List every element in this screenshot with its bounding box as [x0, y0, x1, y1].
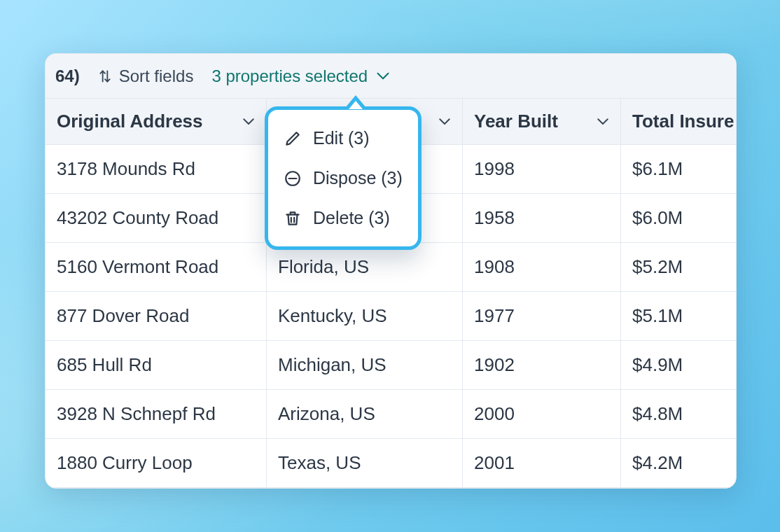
row-count-fragment: 64): [55, 66, 80, 86]
table-cell[interactable]: Florida, US: [267, 243, 463, 292]
table-cell[interactable]: 1902: [463, 341, 621, 390]
chevron-down-icon: [597, 118, 609, 126]
table-cell[interactable]: $5.1M: [621, 292, 736, 341]
table-cell[interactable]: Arizona, US: [267, 390, 463, 439]
table-cell[interactable]: 3178 Mounds Rd: [46, 145, 267, 194]
table-cell[interactable]: 1908: [463, 243, 621, 292]
delete-action[interactable]: Delete (3): [268, 198, 418, 238]
sort-icon: [98, 69, 112, 84]
table-cell[interactable]: 2000: [463, 390, 621, 439]
chevron-down-icon: [438, 118, 451, 126]
table-cell[interactable]: 1880 Curry Loop: [46, 439, 267, 488]
edit-action-label: Edit (3): [313, 128, 370, 148]
table-cell[interactable]: $4.2M: [621, 439, 736, 488]
table-cell[interactable]: 1977: [463, 292, 621, 341]
column-header-label: Year Built: [474, 111, 558, 132]
sort-fields-button[interactable]: Sort fields: [98, 66, 194, 86]
chevron-down-icon: [242, 118, 255, 126]
toolbar: 64) Sort fields 3 properties selected: [46, 54, 736, 99]
table-cell[interactable]: $6.1M: [621, 145, 736, 194]
edit-action[interactable]: Edit (3): [268, 118, 418, 158]
selected-properties-label: 3 properties selected: [211, 66, 368, 86]
table-cell[interactable]: 2001: [463, 439, 621, 488]
column-header-label: Original Address: [57, 111, 203, 132]
column-header[interactable]: Original Address: [46, 99, 267, 145]
dispose-action-label: Dispose (3): [313, 168, 403, 188]
table-cell[interactable]: 5160 Vermont Road: [46, 243, 267, 292]
table-cell[interactable]: $4.9M: [621, 341, 736, 390]
delete-icon: [284, 209, 302, 227]
dispose-action[interactable]: Dispose (3): [268, 158, 418, 198]
table-cell[interactable]: 43202 County Road: [46, 194, 267, 243]
table-cell[interactable]: Michigan, US: [267, 341, 463, 390]
table-cell[interactable]: $6.0M: [621, 194, 736, 243]
table-cell[interactable]: 1958: [463, 194, 621, 243]
table-cell[interactable]: $4.8M: [621, 390, 736, 439]
table-cell[interactable]: 685 Hull Rd: [46, 341, 267, 390]
table-cell[interactable]: $5.2M: [621, 243, 736, 292]
edit-icon: [284, 130, 302, 148]
column-header[interactable]: Year Built: [463, 99, 621, 145]
dispose-icon: [284, 169, 302, 188]
table-cell[interactable]: 1998: [463, 145, 621, 194]
selected-properties-button[interactable]: 3 properties selected: [211, 66, 390, 86]
chevron-down-icon: [376, 71, 390, 81]
table-cell[interactable]: 877 Dover Road: [46, 292, 267, 341]
table-cell[interactable]: Texas, US: [267, 439, 463, 488]
table-cell[interactable]: 3928 N Schnepf Rd: [46, 390, 267, 439]
table-cell[interactable]: Kentucky, US: [267, 292, 463, 341]
column-header[interactable]: Total Insure: [621, 99, 736, 145]
bulk-actions-popover: Edit (3) Dispose (3) Delete (3): [265, 106, 422, 250]
column-header-label: Total Insure: [632, 111, 734, 132]
sort-fields-label: Sort fields: [119, 66, 194, 86]
delete-action-label: Delete (3): [313, 208, 390, 228]
